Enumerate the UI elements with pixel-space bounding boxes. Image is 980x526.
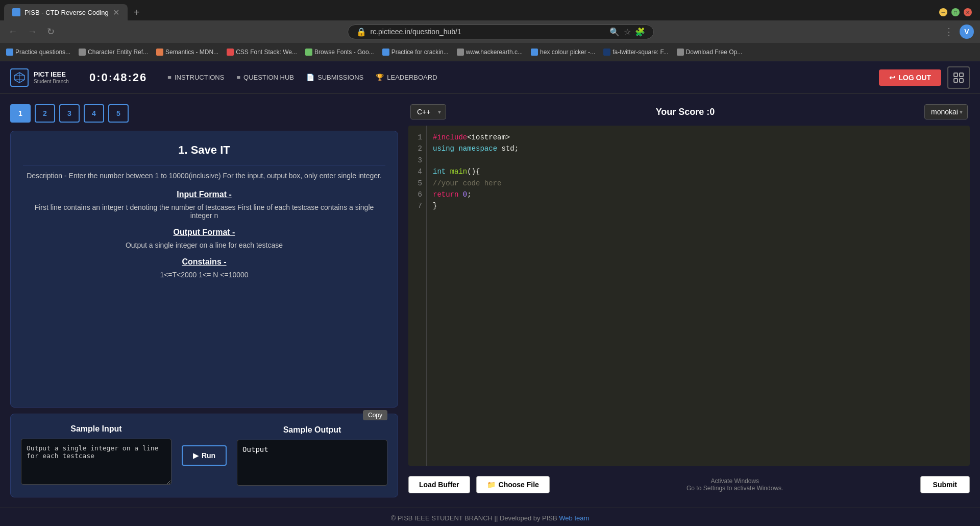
minimize-btn[interactable]: ─ [939, 8, 947, 16]
run-btn[interactable]: ▶ Run [182, 445, 227, 466]
leaderboard-label: LEADERBOARD [387, 74, 437, 81]
bookmark-css-font[interactable]: CSS Font Stack: We... [227, 49, 297, 56]
profile-btn[interactable]: V [960, 25, 974, 39]
nav-submissions[interactable]: 📄 SUBMISSIONS [306, 74, 363, 81]
bookmark-icon [677, 49, 684, 56]
logo-text: PICT IEEE [34, 70, 69, 79]
bookmark-hex-picker[interactable]: hex colour picker -... [531, 49, 595, 56]
code-line-2: using namespace std; [433, 143, 964, 154]
language-select[interactable]: C++ C Java Python [410, 104, 446, 119]
run-icon: ▶ [193, 451, 199, 460]
bookmark-browse-fonts[interactable]: Browse Fonts - Goo... [305, 49, 374, 56]
tab-favicon [12, 8, 20, 16]
tab-title: PISB - CTD Reverse Coding [24, 9, 109, 16]
code-line-1: #include<iostream> [433, 132, 964, 143]
code-line-6: return 0; [433, 189, 964, 200]
bookmark-label: Practice for crackin... [391, 49, 449, 56]
bookmark-icon [457, 49, 464, 56]
bookmark-label: www.hackerearth.c... [466, 49, 523, 56]
logo-img [10, 68, 29, 87]
svg-rect-7 [960, 79, 963, 82]
line-numbers: 1 2 3 4 5 6 7 [408, 126, 427, 466]
q-tab-1[interactable]: 1 [10, 104, 31, 123]
bookmark-icon [382, 49, 389, 56]
language-dropdown-wrap: C++ C Java Python [410, 104, 446, 119]
output-format-text: Output a single integer on a line for ea… [23, 241, 385, 249]
active-tab[interactable]: PISB - CTD Reverse Coding ✕ [4, 4, 128, 20]
star-icon[interactable]: ☆ [624, 27, 631, 37]
settings-icon-btn[interactable] [947, 66, 970, 89]
q-tab-5[interactable]: 5 [108, 104, 129, 123]
run-label: Run [202, 451, 215, 460]
back-btn[interactable]: ← [6, 25, 19, 39]
sample-output-section: Copy Sample Output Output [237, 425, 387, 486]
bookmark-label: Practice questions... [15, 49, 70, 56]
nav-question-hub[interactable]: ≡ QUESTION HUB [236, 74, 294, 81]
refresh-btn[interactable]: ↻ [45, 24, 57, 39]
window-controls: ─ □ ✕ [939, 8, 976, 16]
zoom-icon[interactable]: 🔍 [609, 27, 620, 37]
forward-btn[interactable]: → [26, 25, 39, 39]
submissions-icon: 📄 [306, 74, 314, 81]
question-hub-icon: ≡ [236, 74, 240, 81]
code-line-5: //your code here [433, 178, 964, 189]
maximize-btn[interactable]: □ [951, 8, 960, 16]
bookmark-label: CSS Font Stack: We... [236, 49, 297, 56]
sample-input-textarea[interactable]: Output a single integer on a line for ea… [21, 439, 172, 485]
submit-btn[interactable]: Submit [920, 476, 970, 493]
choose-file-btn[interactable]: 📁 Choose File [476, 476, 550, 493]
output-box: Output [237, 440, 387, 486]
q-tab-3[interactable]: 3 [59, 104, 80, 123]
bookmark-character-entity[interactable]: Character Entity Ref... [79, 49, 148, 56]
bookmark-label: Browse Fonts - Goo... [314, 49, 374, 56]
new-tab-btn[interactable]: + [130, 7, 144, 18]
more-tools-icon[interactable]: ⋮ [944, 26, 953, 37]
bookmark-icon [305, 49, 312, 56]
bookmark-download-free[interactable]: Download Free Op... [677, 49, 743, 56]
bookmark-icon [531, 49, 538, 56]
bookmark-label: fa-twitter-square: F... [612, 49, 668, 56]
bookmark-icon [227, 49, 234, 56]
address-bar[interactable]: 🔒 rc.pictieee.in/question_hub/1 🔍 ☆ 🧩 [348, 25, 654, 39]
bookmark-icon [79, 49, 86, 56]
score-display: Your Score :0 [656, 107, 715, 117]
bookmark-practice-cracking[interactable]: Practice for crackin... [382, 49, 449, 56]
app-footer: © PISB IEEE STUDENT BRANCH || Developed … [0, 508, 980, 526]
logout-btn[interactable]: ↩ LOG OUT [879, 69, 941, 86]
svg-rect-6 [954, 79, 958, 82]
logo-area: PICT IEEE Student Branch [10, 68, 69, 87]
nav-instructions[interactable]: ≡ INSTRUCTIONS [167, 74, 224, 81]
editor-footer: Load Buffer 📁 Choose File Activate Windo… [408, 472, 970, 497]
main-content: 1 2 3 4 5 1. Save IT Description - Enter… [0, 94, 980, 508]
load-buffer-btn[interactable]: Load Buffer [408, 476, 470, 493]
code-editor[interactable]: 1 2 3 4 5 6 7 #include<iostream> using n… [408, 126, 970, 466]
theme-select[interactable]: monokai github tomorrow [924, 104, 968, 119]
question-card: 1. Save IT Description - Enter the numbe… [10, 131, 398, 408]
output-format-heading: Output Format - [23, 228, 385, 237]
code-line-4: int main(){ [433, 166, 964, 177]
tab-close-btn[interactable]: ✕ [113, 8, 119, 17]
logo-text-area: PICT IEEE Student Branch [34, 70, 69, 84]
extensions-icon[interactable]: 🧩 [635, 27, 645, 37]
close-btn[interactable]: ✕ [964, 8, 972, 16]
q-tab-4[interactable]: 4 [84, 104, 104, 123]
code-content[interactable]: #include<iostream> using namespace std; … [427, 126, 970, 466]
nav-links: ≡ INSTRUCTIONS ≡ QUESTION HUB 📄 SUBMISSI… [167, 74, 437, 81]
bookmark-practice-questions[interactable]: Practice questions... [6, 49, 70, 56]
sample-input-section: Sample Input Output a single integer on … [21, 424, 172, 487]
instructions-label: INSTRUCTIONS [175, 74, 225, 81]
choose-file-label: Choose File [499, 481, 539, 489]
theme-dropdown-wrap: monokai github tomorrow [924, 104, 968, 119]
bookmark-hackerearth[interactable]: www.hackerearth.c... [457, 49, 523, 56]
footer-web-team-link[interactable]: Web team [559, 514, 589, 522]
nav-leaderboard[interactable]: 🏆 LEADERBOARD [376, 74, 437, 81]
leaderboard-icon: 🏆 [376, 74, 384, 81]
bookmark-fa-twitter[interactable]: fa-twitter-square: F... [603, 49, 668, 56]
bookmark-semantics[interactable]: Semantics - MDN... [156, 49, 218, 56]
code-line-7: } [433, 200, 964, 211]
sample-grid: Sample Input Output a single integer on … [21, 424, 387, 487]
q-tab-2[interactable]: 2 [35, 104, 55, 123]
question-hub-label: QUESTION HUB [243, 74, 294, 81]
copy-btn[interactable]: Copy [363, 410, 387, 420]
constraints-heading: Constains - [23, 257, 385, 267]
